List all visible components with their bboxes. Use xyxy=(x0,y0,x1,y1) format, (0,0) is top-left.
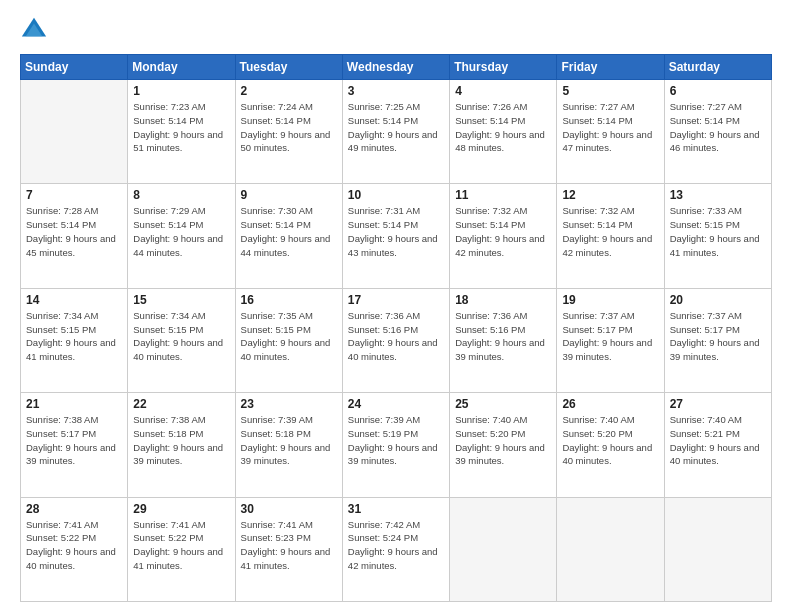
day-number: 30 xyxy=(241,502,337,516)
day-number: 16 xyxy=(241,293,337,307)
day-number: 3 xyxy=(348,84,444,98)
day-info: Sunrise: 7:36 AM Sunset: 5:16 PM Dayligh… xyxy=(348,309,444,364)
day-info: Sunrise: 7:26 AM Sunset: 5:14 PM Dayligh… xyxy=(455,100,551,155)
calendar-cell: 14Sunrise: 7:34 AM Sunset: 5:15 PM Dayli… xyxy=(21,288,128,392)
day-info: Sunrise: 7:35 AM Sunset: 5:15 PM Dayligh… xyxy=(241,309,337,364)
day-number: 14 xyxy=(26,293,122,307)
day-number: 10 xyxy=(348,188,444,202)
day-number: 18 xyxy=(455,293,551,307)
day-info: Sunrise: 7:32 AM Sunset: 5:14 PM Dayligh… xyxy=(562,204,658,259)
day-number: 21 xyxy=(26,397,122,411)
week-row-4: 28Sunrise: 7:41 AM Sunset: 5:22 PM Dayli… xyxy=(21,497,772,601)
day-info: Sunrise: 7:41 AM Sunset: 5:23 PM Dayligh… xyxy=(241,518,337,573)
calendar-cell: 8Sunrise: 7:29 AM Sunset: 5:14 PM Daylig… xyxy=(128,184,235,288)
calendar-cell: 29Sunrise: 7:41 AM Sunset: 5:22 PM Dayli… xyxy=(128,497,235,601)
weekday-header-saturday: Saturday xyxy=(664,55,771,80)
calendar-cell: 22Sunrise: 7:38 AM Sunset: 5:18 PM Dayli… xyxy=(128,393,235,497)
day-number: 27 xyxy=(670,397,766,411)
day-number: 13 xyxy=(670,188,766,202)
logo xyxy=(20,16,52,44)
calendar-cell: 5Sunrise: 7:27 AM Sunset: 5:14 PM Daylig… xyxy=(557,80,664,184)
calendar-cell xyxy=(664,497,771,601)
day-info: Sunrise: 7:27 AM Sunset: 5:14 PM Dayligh… xyxy=(562,100,658,155)
calendar-cell: 3Sunrise: 7:25 AM Sunset: 5:14 PM Daylig… xyxy=(342,80,449,184)
day-number: 25 xyxy=(455,397,551,411)
day-number: 5 xyxy=(562,84,658,98)
day-number: 8 xyxy=(133,188,229,202)
day-info: Sunrise: 7:23 AM Sunset: 5:14 PM Dayligh… xyxy=(133,100,229,155)
weekday-header-monday: Monday xyxy=(128,55,235,80)
day-number: 6 xyxy=(670,84,766,98)
calendar-cell: 16Sunrise: 7:35 AM Sunset: 5:15 PM Dayli… xyxy=(235,288,342,392)
calendar-cell: 12Sunrise: 7:32 AM Sunset: 5:14 PM Dayli… xyxy=(557,184,664,288)
day-info: Sunrise: 7:29 AM Sunset: 5:14 PM Dayligh… xyxy=(133,204,229,259)
day-info: Sunrise: 7:38 AM Sunset: 5:18 PM Dayligh… xyxy=(133,413,229,468)
weekday-header-row: SundayMondayTuesdayWednesdayThursdayFrid… xyxy=(21,55,772,80)
calendar-cell: 9Sunrise: 7:30 AM Sunset: 5:14 PM Daylig… xyxy=(235,184,342,288)
day-info: Sunrise: 7:40 AM Sunset: 5:20 PM Dayligh… xyxy=(455,413,551,468)
week-row-3: 21Sunrise: 7:38 AM Sunset: 5:17 PM Dayli… xyxy=(21,393,772,497)
calendar-table: SundayMondayTuesdayWednesdayThursdayFrid… xyxy=(20,54,772,602)
calendar-cell: 1Sunrise: 7:23 AM Sunset: 5:14 PM Daylig… xyxy=(128,80,235,184)
day-number: 7 xyxy=(26,188,122,202)
calendar-cell: 25Sunrise: 7:40 AM Sunset: 5:20 PM Dayli… xyxy=(450,393,557,497)
calendar-cell: 24Sunrise: 7:39 AM Sunset: 5:19 PM Dayli… xyxy=(342,393,449,497)
calendar-cell: 19Sunrise: 7:37 AM Sunset: 5:17 PM Dayli… xyxy=(557,288,664,392)
calendar-cell: 17Sunrise: 7:36 AM Sunset: 5:16 PM Dayli… xyxy=(342,288,449,392)
calendar-cell xyxy=(450,497,557,601)
weekday-header-tuesday: Tuesday xyxy=(235,55,342,80)
day-number: 1 xyxy=(133,84,229,98)
calendar-cell: 30Sunrise: 7:41 AM Sunset: 5:23 PM Dayli… xyxy=(235,497,342,601)
day-info: Sunrise: 7:37 AM Sunset: 5:17 PM Dayligh… xyxy=(670,309,766,364)
day-number: 19 xyxy=(562,293,658,307)
week-row-2: 14Sunrise: 7:34 AM Sunset: 5:15 PM Dayli… xyxy=(21,288,772,392)
day-info: Sunrise: 7:27 AM Sunset: 5:14 PM Dayligh… xyxy=(670,100,766,155)
day-number: 9 xyxy=(241,188,337,202)
day-info: Sunrise: 7:37 AM Sunset: 5:17 PM Dayligh… xyxy=(562,309,658,364)
weekday-header-sunday: Sunday xyxy=(21,55,128,80)
day-info: Sunrise: 7:33 AM Sunset: 5:15 PM Dayligh… xyxy=(670,204,766,259)
day-info: Sunrise: 7:30 AM Sunset: 5:14 PM Dayligh… xyxy=(241,204,337,259)
day-number: 22 xyxy=(133,397,229,411)
day-info: Sunrise: 7:38 AM Sunset: 5:17 PM Dayligh… xyxy=(26,413,122,468)
day-number: 15 xyxy=(133,293,229,307)
calendar-cell: 13Sunrise: 7:33 AM Sunset: 5:15 PM Dayli… xyxy=(664,184,771,288)
day-info: Sunrise: 7:36 AM Sunset: 5:16 PM Dayligh… xyxy=(455,309,551,364)
day-number: 17 xyxy=(348,293,444,307)
calendar-cell: 31Sunrise: 7:42 AM Sunset: 5:24 PM Dayli… xyxy=(342,497,449,601)
day-number: 11 xyxy=(455,188,551,202)
header xyxy=(20,16,772,44)
day-info: Sunrise: 7:40 AM Sunset: 5:21 PM Dayligh… xyxy=(670,413,766,468)
weekday-header-friday: Friday xyxy=(557,55,664,80)
calendar-cell: 20Sunrise: 7:37 AM Sunset: 5:17 PM Dayli… xyxy=(664,288,771,392)
day-number: 20 xyxy=(670,293,766,307)
calendar-cell: 2Sunrise: 7:24 AM Sunset: 5:14 PM Daylig… xyxy=(235,80,342,184)
logo-icon xyxy=(20,16,48,44)
day-info: Sunrise: 7:32 AM Sunset: 5:14 PM Dayligh… xyxy=(455,204,551,259)
week-row-1: 7Sunrise: 7:28 AM Sunset: 5:14 PM Daylig… xyxy=(21,184,772,288)
day-info: Sunrise: 7:34 AM Sunset: 5:15 PM Dayligh… xyxy=(26,309,122,364)
calendar-cell: 7Sunrise: 7:28 AM Sunset: 5:14 PM Daylig… xyxy=(21,184,128,288)
day-number: 12 xyxy=(562,188,658,202)
calendar-cell: 11Sunrise: 7:32 AM Sunset: 5:14 PM Dayli… xyxy=(450,184,557,288)
day-number: 23 xyxy=(241,397,337,411)
calendar-cell: 21Sunrise: 7:38 AM Sunset: 5:17 PM Dayli… xyxy=(21,393,128,497)
day-info: Sunrise: 7:41 AM Sunset: 5:22 PM Dayligh… xyxy=(26,518,122,573)
calendar-cell xyxy=(557,497,664,601)
calendar-cell: 10Sunrise: 7:31 AM Sunset: 5:14 PM Dayli… xyxy=(342,184,449,288)
calendar-cell: 28Sunrise: 7:41 AM Sunset: 5:22 PM Dayli… xyxy=(21,497,128,601)
day-number: 4 xyxy=(455,84,551,98)
calendar-cell: 15Sunrise: 7:34 AM Sunset: 5:15 PM Dayli… xyxy=(128,288,235,392)
day-number: 24 xyxy=(348,397,444,411)
weekday-header-wednesday: Wednesday xyxy=(342,55,449,80)
day-number: 29 xyxy=(133,502,229,516)
day-info: Sunrise: 7:39 AM Sunset: 5:19 PM Dayligh… xyxy=(348,413,444,468)
calendar-cell: 23Sunrise: 7:39 AM Sunset: 5:18 PM Dayli… xyxy=(235,393,342,497)
day-info: Sunrise: 7:42 AM Sunset: 5:24 PM Dayligh… xyxy=(348,518,444,573)
calendar-cell: 18Sunrise: 7:36 AM Sunset: 5:16 PM Dayli… xyxy=(450,288,557,392)
day-info: Sunrise: 7:34 AM Sunset: 5:15 PM Dayligh… xyxy=(133,309,229,364)
calendar-cell: 26Sunrise: 7:40 AM Sunset: 5:20 PM Dayli… xyxy=(557,393,664,497)
day-info: Sunrise: 7:40 AM Sunset: 5:20 PM Dayligh… xyxy=(562,413,658,468)
day-number: 26 xyxy=(562,397,658,411)
day-number: 2 xyxy=(241,84,337,98)
